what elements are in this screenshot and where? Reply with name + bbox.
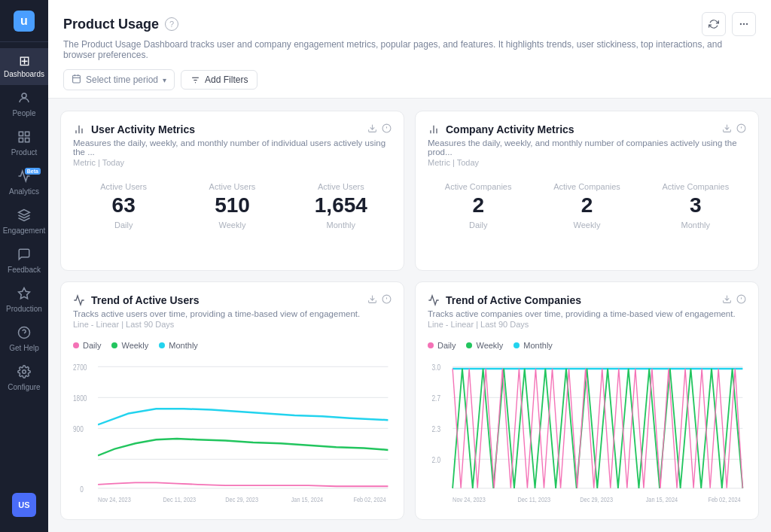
sidebar-item-analytics[interactable]: Analytics Beta [0, 163, 48, 202]
sidebar-label-feedback: Feedback [8, 266, 41, 275]
metric-daily-companies: Active Companies 2 Daily [428, 182, 529, 230]
metric-daily-users-period: Daily [73, 220, 174, 230]
sidebar-item-dashboards[interactable]: ⊞ Dashboards [0, 48, 48, 85]
company-activity-info[interactable] [736, 123, 746, 135]
svg-rect-2 [26, 132, 29, 135]
trend-users-info[interactable] [382, 294, 392, 306]
user-activity-info[interactable] [382, 123, 392, 135]
user-activity-desc: Measures the daily, weekly, and monthly … [73, 138, 392, 157]
company-activity-card: Company Activity Metrics Measures the da… [415, 111, 759, 271]
header-description: The Product Usage Dashboard tracks user … [63, 39, 756, 60]
metric-daily-companies-value: 2 [428, 194, 529, 217]
trend-users-card: Trend of Active Users Tracks active user… [60, 281, 404, 520]
svg-text:0: 0 [80, 485, 84, 494]
trend-companies-desc: Tracks active companies over time, provi… [428, 309, 746, 318]
svg-rect-12 [73, 75, 81, 83]
trend-companies-download[interactable] [722, 294, 732, 306]
user-activity-metrics: Active Users 63 Daily Active Users 510 W… [73, 182, 392, 230]
avatar-button[interactable]: US [0, 487, 48, 523]
page-title: Product Usage [63, 17, 159, 32]
add-filters-button[interactable]: Add Filters [181, 70, 258, 90]
metric-monthly-companies-period: Monthly [645, 220, 746, 230]
svg-text:Nov 24, 2023: Nov 24, 2023 [453, 496, 486, 504]
sidebar-label-people: People [12, 109, 35, 118]
svg-text:Jan 15, 2024: Jan 15, 2024 [646, 496, 678, 504]
svg-point-8 [23, 370, 26, 374]
metric-monthly-companies-value: 3 [645, 194, 746, 217]
refresh-button[interactable] [702, 12, 726, 36]
trend-users-download[interactable] [367, 294, 377, 306]
legend-monthly-label: Monthly [169, 341, 198, 350]
user-activity-card: User Activity Metrics Measures the daily… [60, 111, 404, 271]
sidebar: u ⊞ Dashboards People Product Analytics … [0, 0, 48, 532]
svg-text:900: 900 [73, 424, 84, 434]
svg-text:2.3: 2.3 [432, 424, 441, 434]
user-activity-download[interactable] [367, 123, 377, 135]
header-actions [702, 12, 756, 36]
metric-weekly-users: Active Users 510 Weekly [181, 182, 282, 230]
header: Product Usage ? The Product Usage Dashbo… [48, 0, 771, 99]
trend-companies-header: Trend of Active Companies [428, 294, 746, 306]
metric-monthly-users: Active Users 1,654 Monthly [291, 182, 392, 230]
svg-point-9 [740, 23, 741, 24]
trend-users-title-group: Trend of Active Users [73, 294, 199, 306]
sidebar-item-configure[interactable]: Configure [0, 359, 48, 398]
engagement-icon [17, 208, 31, 224]
trend-companies-title-group: Trend of Active Companies [428, 294, 581, 306]
sidebar-item-feedback[interactable]: Feedback [0, 242, 48, 281]
metric-weekly-users-period: Weekly [181, 220, 282, 230]
company-activity-download[interactable] [722, 123, 732, 135]
trend-users-icon [73, 294, 85, 306]
trend-companies-icon [428, 294, 440, 306]
legend-daily-dot [73, 342, 79, 348]
svg-text:1800: 1800 [73, 394, 87, 404]
trend-users-meta: Line - Linear | Last 90 Days [73, 320, 392, 329]
trend-companies-legend: Daily Weekly Monthly [428, 341, 746, 350]
time-period-select[interactable]: Select time period ▾ [63, 69, 175, 90]
svg-text:Nov 24, 2023: Nov 24, 2023 [98, 496, 131, 504]
metric-monthly-users-label: Active Users [291, 182, 392, 191]
company-activity-title-group: Company Activity Metrics [428, 123, 574, 135]
trend-users-desc: Tracks active users over time, providing… [73, 309, 392, 318]
legend-companies-daily: Daily [428, 341, 456, 350]
svg-text:Dec 29, 2023: Dec 29, 2023 [580, 496, 613, 504]
sidebar-item-people[interactable]: People [0, 85, 48, 124]
metric-monthly-companies-label: Active Companies [645, 182, 746, 191]
svg-text:Dec 11, 2023: Dec 11, 2023 [518, 496, 551, 504]
dashboard-grid: User Activity Metrics Measures the daily… [48, 99, 771, 532]
header-title-row: Product Usage ? [63, 12, 756, 36]
user-avatar[interactable]: US [12, 493, 36, 517]
sidebar-item-production[interactable]: Production [0, 281, 48, 320]
sidebar-label-get-help: Get Help [9, 344, 38, 353]
sidebar-item-get-help[interactable]: Get Help [0, 320, 48, 359]
header-title-group: Product Usage ? [63, 17, 178, 32]
metrics-icon [73, 123, 85, 135]
legend-weekly: Weekly [111, 341, 148, 350]
metric-daily-users: Active Users 63 Daily [73, 182, 174, 230]
logo-icon[interactable]: u [14, 11, 35, 32]
chevron-down-icon: ▾ [163, 76, 166, 84]
more-options-button[interactable] [732, 12, 756, 36]
sidebar-logo: u [0, 0, 48, 42]
feedback-icon [17, 248, 31, 263]
sidebar-label-production: Production [6, 305, 42, 314]
user-activity-title-group: User Activity Metrics [73, 123, 195, 135]
title-help-icon[interactable]: ? [165, 17, 178, 31]
svg-text:3.0: 3.0 [432, 363, 441, 373]
metric-daily-companies-label: Active Companies [428, 182, 529, 191]
sidebar-item-product[interactable]: Product [0, 124, 48, 163]
production-icon [17, 287, 31, 302]
metric-daily-users-value: 63 [73, 194, 174, 217]
trend-companies-info[interactable] [736, 294, 746, 306]
svg-text:Dec 29, 2023: Dec 29, 2023 [225, 496, 258, 504]
trend-users-header: Trend of Active Users [73, 294, 392, 306]
user-activity-meta: Metric | Today [73, 158, 392, 167]
company-activity-desc: Measures the daily, weekly, and monthly … [428, 138, 746, 157]
company-activity-meta: Metric | Today [428, 158, 746, 167]
legend-weekly-dot [111, 342, 117, 348]
sidebar-item-engagement[interactable]: Engagement [0, 202, 48, 242]
trend-companies-title: Trend of Active Companies [446, 294, 581, 306]
sidebar-label-configure: Configure [8, 383, 40, 392]
svg-text:Dec 11, 2023: Dec 11, 2023 [163, 496, 197, 504]
trend-companies-card: Trend of Active Companies Tracks active … [415, 281, 759, 520]
